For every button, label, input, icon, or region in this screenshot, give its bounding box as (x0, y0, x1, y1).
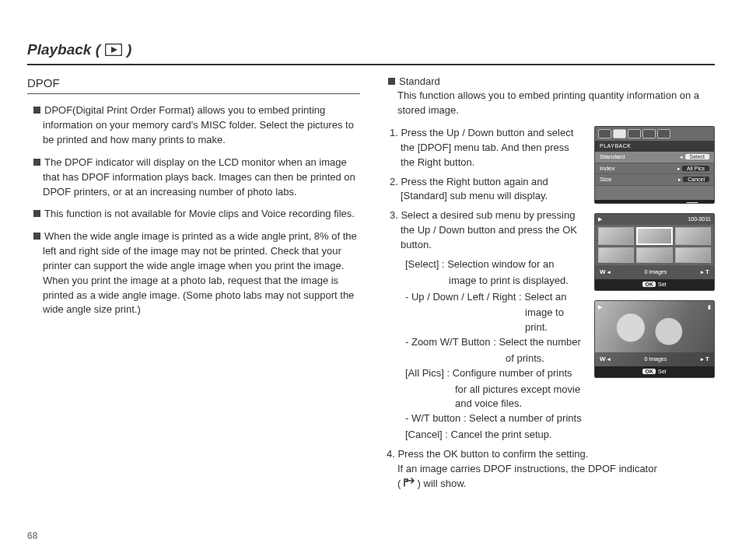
thumbnail (636, 247, 672, 264)
menu-footer: ◂ Back OKSet (595, 200, 714, 204)
battery-icon: ▮ (708, 303, 711, 311)
step3-updown-line1: - Up / Down / Left / Right : Select an (385, 290, 585, 305)
standard-desc: This function allows you to embed printi… (382, 89, 715, 118)
bullet-item: When the wide angle image is printed as … (33, 229, 360, 317)
thumbnail-selected (636, 227, 672, 245)
tab-icon (657, 129, 670, 138)
tab-icon-active (613, 129, 626, 138)
bullet-icon (33, 230, 44, 242)
thumbnail (598, 247, 634, 264)
camera-menu-screen: PLAYBACK Standard ◂ Select Index ▸ All P… (594, 126, 715, 204)
step3-updown-line2: image to print. (385, 306, 585, 335)
image-count: 0 Images (644, 355, 667, 363)
bullet-icon (33, 156, 44, 168)
page-number: 68 (27, 530, 37, 543)
bullet-text: When the wide angle image is printed as … (43, 230, 357, 315)
thumbs-grid (595, 225, 714, 265)
step3-allpics-line1: [All Pics] : Configure number of prints (385, 366, 585, 381)
step-4c: ( ) will show. (382, 477, 715, 492)
title-prefix: Playback ( (27, 39, 100, 61)
tab-icon (628, 129, 641, 138)
step3-wt: - W/T button : Select a number of prints (385, 411, 585, 426)
camera-thumbnails-screen: ▶ 100-0031 W ◂ 0 Images ▸ T (594, 213, 715, 291)
tab-icon (598, 129, 611, 138)
image-counter: 100-0031 (688, 215, 711, 223)
page-title: Playback ( ) (27, 39, 715, 65)
ok-badge: OK (642, 369, 656, 374)
bullet-item: The DPOF indicator will display on the L… (33, 156, 360, 200)
menu-row-index: Index ▸ All Pics (595, 163, 714, 175)
ok-badge: OK (686, 202, 699, 204)
step3-allpics-line2: for all pictures except movie (385, 383, 585, 397)
menu-row-size: Size ▸ Cancel (595, 174, 714, 186)
step-4: 4. Press the OK button to confirm the se… (382, 447, 715, 462)
bullet-text: This function is not available for Movie… (44, 208, 355, 219)
step3-select-line1: [Select] : Selection window for an (385, 257, 585, 272)
photo-header: ▶ ▮ (598, 303, 711, 311)
step-2: 2. Press the Right button again and [Sta… (385, 175, 585, 205)
bullet-icon (33, 104, 44, 116)
camera-screens: PLAYBACK Standard ◂ Select Index ▸ All P… (594, 126, 715, 444)
section-heading: DPOF (27, 75, 360, 95)
step3-cancel: [Cancel] : Cancel the print setup. (385, 428, 585, 443)
bullet-item: This function is not available for Movie… (33, 207, 360, 222)
bullet-text: The DPOF indicator will display on the L… (43, 156, 355, 198)
ok-badge: OK (642, 282, 656, 287)
bullet-icon (33, 208, 44, 219)
thumbnail (675, 227, 711, 245)
bullet-item: DPOF(Digital Print Order Format) allows … (33, 103, 360, 148)
tab-icon (642, 129, 656, 138)
photo-footer: OKSet (595, 366, 714, 377)
step3-zoom-line1: - Zoom W/T Button : Select the number (385, 335, 585, 350)
menu-tabs (595, 127, 714, 141)
image-count: 0 Images (644, 268, 667, 276)
bullet-text: DPOF(Digital Print Order Format) allows … (43, 104, 354, 145)
title-suffix: ) (127, 39, 131, 61)
step-1: 1. Press the Up / Down button and select… (385, 126, 585, 170)
camera-photo-screen: ▶ ▮ W ◂ 0 Images ▸ T OKSet (594, 300, 715, 378)
dpof-indicator-icon (404, 477, 415, 492)
wt-row: W ◂ 0 Images ▸ T (595, 265, 714, 279)
thumbnail (598, 227, 634, 245)
step3-zoom-line2: of prints. (385, 352, 585, 366)
right-column: Standard This function allows you to emb… (382, 75, 715, 492)
step-3: 3. Select a desired sub menu by pressing… (385, 208, 585, 253)
thumbnail (675, 247, 711, 264)
menu-title: PLAYBACK (595, 141, 714, 152)
bullet-icon (388, 75, 399, 87)
step-4b: If an image carries DPOF instructions, t… (382, 462, 715, 477)
step3-select-line2: image to print is displayed. (385, 274, 585, 289)
steps: 1. Press the Up / Down button and select… (382, 126, 585, 444)
step3-allpics-line3: and voice files. (385, 397, 585, 411)
thumbs-header: ▶ 100-0031 (595, 214, 714, 225)
menu-row-standard: Standard ◂ Select (595, 152, 714, 163)
playback-small-icon: ▶ (598, 215, 602, 223)
wt-row: W ◂ 0 Images ▸ T (595, 352, 714, 366)
playback-small-icon: ▶ (598, 303, 602, 311)
playback-icon (105, 44, 122, 56)
svg-marker-1 (111, 47, 117, 53)
left-column: DPOF DPOF(Digital Print Order Format) al… (27, 75, 360, 492)
thumbs-footer: OKSet (595, 279, 714, 290)
standard-heading: Standard (388, 75, 715, 89)
